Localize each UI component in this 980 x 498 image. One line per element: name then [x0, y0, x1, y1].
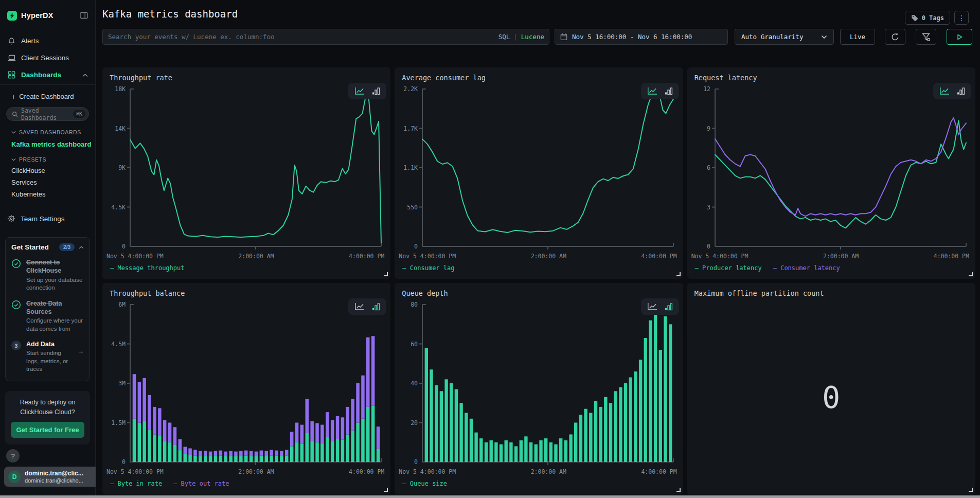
- line-chart-toggle-icon[interactable]: [647, 303, 657, 311]
- get-started-free-button[interactable]: Get Started for Free: [11, 422, 84, 438]
- live-button[interactable]: Live: [840, 29, 875, 45]
- svg-text:6M: 6M: [118, 301, 126, 308]
- sidebar-collapse-icon[interactable]: [80, 12, 88, 19]
- chart-legend: — Message throughput: [110, 264, 185, 272]
- chart-title: Throughput rate: [110, 74, 172, 82]
- sidebar-item-services[interactable]: Services: [0, 174, 95, 186]
- sidebar-item-dashboards[interactable]: Dashboards: [0, 66, 95, 83]
- sidebar-item-kubernetes[interactable]: Kubernetes: [0, 186, 95, 198]
- play-icon: [956, 33, 963, 41]
- chart-plot-area[interactable]: 04.5K9K14K18K: [106, 85, 384, 252]
- legend-item[interactable]: — Byte out rate: [173, 480, 229, 487]
- resize-handle[interactable]: [384, 272, 388, 276]
- calendar-icon: [560, 33, 567, 41]
- user-account-chip[interactable]: D dominic.tran@clic... dominic.tran@clic…: [4, 467, 96, 487]
- resize-handle[interactable]: [384, 488, 388, 492]
- line-chart-toggle-icon[interactable]: [647, 87, 657, 95]
- resize-handle[interactable]: [969, 272, 973, 276]
- bar-chart-toggle-icon[interactable]: [372, 87, 380, 95]
- svg-text:4.5K: 4.5K: [111, 204, 126, 211]
- sidebar-item-team-settings[interactable]: Team Settings: [7, 215, 95, 223]
- legend-item[interactable]: — Consumer latency: [773, 264, 840, 272]
- svg-text:0: 0: [122, 243, 126, 250]
- chart-plot-area[interactable]: 01.5M3M4.5M6M: [106, 300, 384, 467]
- line-chart-toggle-icon[interactable]: [354, 87, 365, 95]
- chart-plot-area[interactable]: 036912: [691, 85, 969, 252]
- shortcut-badge: ⌘K: [73, 110, 85, 118]
- get-started-step[interactable]: Create Data Sources Configure where your…: [11, 299, 84, 333]
- run-query-button[interactable]: [947, 29, 972, 45]
- sidebar-item-client-sessions[interactable]: Client Sessions: [0, 49, 95, 66]
- tags-button[interactable]: 0 Tags: [905, 11, 950, 25]
- search-input[interactable]: [102, 29, 549, 45]
- get-started-step[interactable]: Connect to ClickHouse Set up your databa…: [11, 258, 84, 292]
- get-started-step[interactable]: 3 Add Data Start sending logs, metrics, …: [11, 340, 84, 374]
- sql-toggle[interactable]: SQL: [498, 33, 510, 41]
- date-range-value: Nov 5 16:00:00 - Nov 6 16:00:00: [572, 33, 692, 41]
- legend-item[interactable]: — Message throughput: [110, 264, 185, 272]
- clickhouse-cloud-card: Ready to deploy on ClickHouse Cloud? Get…: [5, 391, 90, 445]
- date-range-picker[interactable]: Nov 5 16:00:00 - Nov 6 16:00:00: [555, 29, 728, 45]
- search-placeholder: Saved Dashboards: [21, 107, 70, 121]
- legend-item[interactable]: — Queue size: [402, 480, 447, 487]
- bar-chart-toggle-icon[interactable]: [665, 87, 673, 95]
- svg-text:1.7K: 1.7K: [404, 125, 418, 132]
- dashboard-menu-button[interactable]: ⋮: [954, 11, 969, 25]
- check-circle-icon: [11, 299, 22, 333]
- dashboards-grid-icon: [7, 71, 16, 79]
- create-dashboard-button[interactable]: + Create Dashboard: [0, 85, 95, 102]
- x-axis-labels: Nov 5 4:00:00 PM2:00:00 AM4:00:00 PM: [106, 253, 384, 260]
- legend-item[interactable]: — Consumer lag: [402, 264, 454, 272]
- sidebar-nav: Alerts Client Sessions Dashboards: [0, 32, 95, 83]
- legend-item[interactable]: — Producer latency: [695, 264, 762, 272]
- line-chart-toggle-icon[interactable]: [939, 87, 950, 95]
- saved-dashboards-section-header[interactable]: SAVED DASHBOARDS: [0, 121, 95, 135]
- svg-text:0: 0: [707, 243, 710, 250]
- tag-icon: [911, 14, 918, 22]
- filter-button[interactable]: [916, 29, 936, 45]
- saved-dashboards-search-input[interactable]: Saved Dashboards ⌘K: [6, 107, 89, 121]
- avatar: D: [8, 471, 21, 483]
- resize-handle[interactable]: [676, 488, 681, 492]
- resize-handle[interactable]: [676, 272, 681, 276]
- chart-legend: — Consumer lag: [402, 264, 454, 272]
- svg-text:3M: 3M: [118, 380, 126, 387]
- chart-title: Throughput balance: [110, 289, 185, 297]
- svg-text:9K: 9K: [118, 164, 126, 171]
- horizontal-scrollbar[interactable]: [0, 495, 980, 498]
- gear-icon: [7, 215, 15, 223]
- lucene-toggle[interactable]: Lucene: [521, 33, 544, 41]
- chevron-up-icon[interactable]: [79, 246, 84, 249]
- help-button[interactable]: ?: [6, 449, 20, 463]
- laptop-icon: [7, 54, 16, 62]
- step-desc: Start sending logs, metrics, or traces: [26, 349, 73, 374]
- line-chart-toggle-icon[interactable]: [354, 303, 365, 311]
- x-axis-labels: Nov 5 4:00:00 PM2:00:00 AM4:00:00 PM: [106, 468, 384, 475]
- chart-plot-area[interactable]: 020406080: [399, 300, 676, 467]
- chart-panel: Throughput rate04.5K9K14K18KNov 5 4:00:0…: [102, 67, 390, 279]
- chart-plot-area[interactable]: 05501.1K1.7K2.2K: [399, 85, 676, 252]
- granularity-select[interactable]: Auto Granularity: [735, 29, 834, 45]
- chart-legend: — Producer latency— Consumer latency: [695, 264, 840, 272]
- bar-chart-toggle-icon[interactable]: [372, 303, 380, 311]
- sidebar-item-clickhouse[interactable]: ClickHouse: [0, 163, 95, 174]
- page-title: Kafka metrics dashboard: [102, 8, 238, 20]
- sidebar-item-alerts[interactable]: Alerts: [0, 32, 95, 49]
- x-axis-labels: Nov 5 4:00:00 PM2:00:00 AM4:00:00 PM: [399, 468, 676, 475]
- language-divider: |: [513, 33, 518, 41]
- refresh-button[interactable]: [885, 29, 905, 45]
- svg-text:6: 6: [707, 164, 710, 171]
- bar-chart-toggle-icon[interactable]: [957, 87, 965, 95]
- cloud-card-text-line2: ClickHouse Cloud?: [20, 408, 75, 416]
- logo-row: HyperDX: [0, 0, 95, 23]
- chart-title: Request latency: [694, 74, 757, 82]
- get-started-title: Get Started: [11, 243, 55, 251]
- svg-text:9: 9: [707, 125, 710, 132]
- svg-text:550: 550: [407, 204, 418, 211]
- presets-section-header[interactable]: PRESETS: [0, 148, 95, 163]
- bar-chart-toggle-icon[interactable]: [665, 303, 673, 311]
- legend-item[interactable]: — Byte in rate: [110, 480, 162, 487]
- sidebar-item-label: Alerts: [21, 37, 39, 45]
- sidebar-item-kafka-dashboard[interactable]: Kafka metrics dashboard: [0, 135, 95, 148]
- chart-panel: Maximum offline partition count0: [687, 283, 975, 494]
